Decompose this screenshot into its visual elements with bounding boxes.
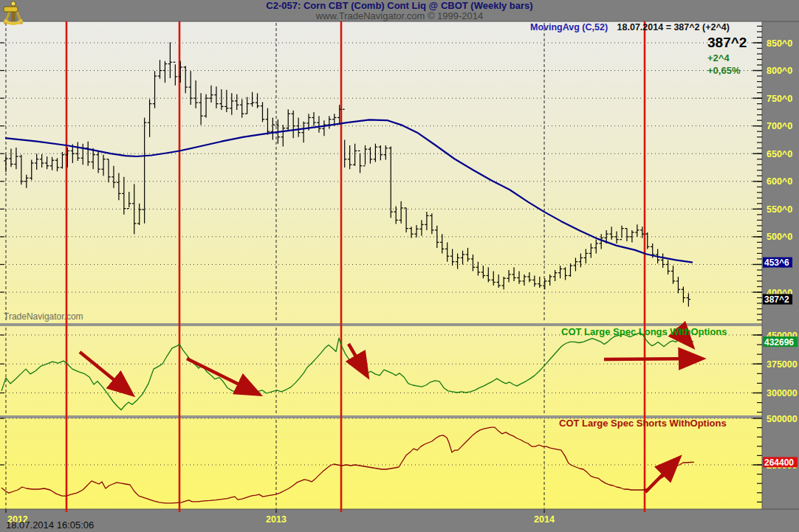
value-box-text: 432696 [764, 337, 794, 348]
price-axis-label: 850^0 [767, 38, 792, 49]
price-axis-label: 550^0 [767, 204, 792, 215]
value-box-text: 264400 [764, 457, 794, 468]
value-box-text: 453^6 [764, 258, 789, 268]
trade-navigator-window: 850^0800^0750^0700^0650^0600^0550^0500^0… [0, 0, 799, 532]
copyright-line: www.TradeNavigator.com © 1999-2014 [0, 11, 799, 21]
price-axis-label: 700^0 [767, 121, 792, 131]
cot-shorts-panel[interactable] [0, 418, 762, 509]
cot_longs-axis-label: 300000 [767, 388, 798, 398]
cot_longs-axis-label: 375000 [767, 359, 798, 370]
year-label-2013: 2013 [266, 514, 287, 525]
value-box-text: 387^2 [764, 294, 789, 305]
cot-shorts-title: COT Large Spec Shorts WithOptions [559, 418, 727, 429]
indicator-name[interactable]: MovingAvg (C,52) [530, 22, 608, 32]
chart-title: C2-057: Corn CBT (Comb) Cont Liq @ CBOT … [0, 0, 799, 11]
year-label-2014: 2014 [534, 514, 555, 525]
cot-longs-panel[interactable] [0, 326, 762, 415]
quote-block: 387^2 +2^4 +0,65% [707, 34, 747, 77]
price-axis-label: 750^0 [767, 94, 792, 104]
change-percent: +0,65% [707, 64, 747, 77]
price-axis-label: 800^0 [767, 66, 792, 76]
status-timestamp: 18.07.2014 16:05:06 [6, 519, 94, 531]
price-axis-label: 600^0 [767, 176, 792, 187]
header-bar: C2-057: Corn CBT (Comb) Cont Liq @ CBOT … [0, 0, 799, 21]
x-axis-background [0, 509, 799, 532]
trend-arrow[interactable] [604, 359, 702, 359]
watermark: TradeNavigator.com [4, 311, 83, 322]
price-axis-label: 500^0 [767, 232, 792, 242]
indicator-value: 18.07.2014 = 387^2 (+2^4) [617, 22, 730, 32]
cot_shorts-axis-label: 500000 [767, 414, 798, 424]
chart-canvas[interactable]: 850^0800^0750^0700^0650^0600^0550^0500^0… [0, 0, 799, 532]
indicator-row: MovingAvg (C,52) 18.07.2014 = 387^2 (+2^… [530, 22, 730, 32]
cot-longs-title: COT Large Spec Longs WithOptions [561, 326, 727, 337]
last-price: 387^2 [707, 34, 747, 52]
main-price-panel[interactable] [0, 21, 762, 323]
change-points: +2^4 [707, 52, 747, 64]
price-axis-label: 650^0 [767, 149, 792, 159]
